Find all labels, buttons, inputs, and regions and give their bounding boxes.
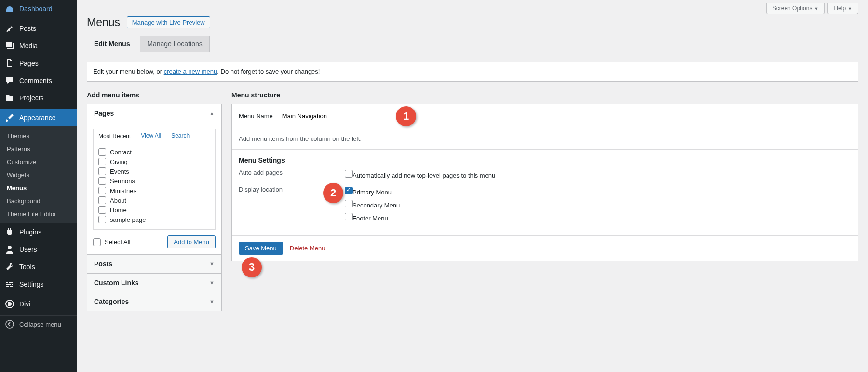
comment-icon <box>5 76 14 85</box>
create-new-menu-link[interactable]: create a new menu <box>164 68 217 75</box>
page-icon <box>5 58 14 68</box>
pages-inner-tabs: Most Recent View All Search <box>93 129 216 142</box>
location-secondary[interactable]: Secondary Menu <box>345 199 400 210</box>
submenu-menus[interactable]: Menus <box>0 181 77 194</box>
chevron-down-icon: ▼ <box>814 6 818 11</box>
empty-structure-message: Add menu items from the column on the le… <box>232 128 858 149</box>
annotation-1: 1 <box>396 106 416 126</box>
tab-manage-locations[interactable]: Manage Locations <box>140 36 209 52</box>
sidebar-label: Plugins <box>19 228 41 236</box>
page-item-checkbox[interactable] <box>98 196 106 204</box>
location-secondary-checkbox[interactable] <box>345 200 353 207</box>
chevron-down-icon: ▼ <box>209 280 215 286</box>
annotation-2: 2 <box>323 183 343 203</box>
location-footer-checkbox[interactable] <box>345 213 353 220</box>
page-item-checkbox[interactable] <box>98 206 106 214</box>
menu-settings-heading: Menu Settings <box>239 156 851 164</box>
menu-name-input[interactable] <box>278 110 393 122</box>
page-item-checkbox[interactable] <box>98 177 106 185</box>
submenu-customize[interactable]: Customize <box>0 155 77 168</box>
sidebar-item-users[interactable]: Users <box>0 241 77 258</box>
submenu-background[interactable]: Background <box>0 194 77 207</box>
chevron-down-icon: ▼ <box>209 261 215 267</box>
tab-edit-menus[interactable]: Edit Menus <box>87 36 137 52</box>
collapse-menu[interactable]: Collapse menu <box>0 315 77 321</box>
admin-sidebar: Dashboard Posts Media Pages Comments Pro… <box>0 0 77 321</box>
page-title: Menus <box>87 16 120 29</box>
page-item-label: Giving <box>110 158 128 165</box>
sidebar-item-plugins[interactable]: Plugins <box>0 223 77 241</box>
screen-options-button[interactable]: Screen Options▼ <box>766 3 825 14</box>
page-item-checkbox[interactable] <box>98 148 106 156</box>
menu-name-label: Menu Name <box>239 112 273 120</box>
submenu-patterns[interactable]: Patterns <box>0 142 77 155</box>
accordion-pages-header[interactable]: Pages▲ <box>87 104 221 123</box>
page-item-label: Home <box>110 207 127 214</box>
divi-icon <box>5 299 14 309</box>
page-item[interactable]: About <box>98 195 210 205</box>
help-button[interactable]: Help▼ <box>827 3 858 14</box>
page-item-checkbox[interactable] <box>98 216 106 223</box>
sidebar-item-divi[interactable]: Divi <box>0 295 77 313</box>
annotation-3: 3 <box>242 257 262 277</box>
auto-add-option[interactable]: Automatically add new top-level pages to… <box>345 169 495 180</box>
info-notice: Edit your menu below, or create a new me… <box>87 62 858 82</box>
sidebar-item-appearance[interactable]: Appearance <box>0 109 77 126</box>
submenu-widgets[interactable]: Widgets <box>0 168 77 181</box>
page-item-label: Contact <box>110 149 132 156</box>
auto-add-checkbox[interactable] <box>345 170 353 178</box>
tab-view-all[interactable]: View All <box>136 129 166 142</box>
page-item[interactable]: Giving <box>98 157 210 166</box>
sidebar-item-posts[interactable]: Posts <box>0 20 77 37</box>
sidebar-item-comments[interactable]: Comments <box>0 72 77 89</box>
page-item[interactable]: Ministries <box>98 186 210 195</box>
page-item-label: About <box>110 197 126 204</box>
pages-checklist: ContactGivingEventsSermonsMinistriesAbou… <box>93 142 216 230</box>
menu-structure-heading: Menu structure <box>231 91 858 99</box>
user-icon <box>5 245 14 254</box>
page-item[interactable]: Events <box>98 166 210 176</box>
brush-icon <box>5 113 14 123</box>
plugin-icon <box>5 227 14 237</box>
tab-most-recent[interactable]: Most Recent <box>94 130 136 142</box>
chevron-up-icon: ▲ <box>209 110 215 116</box>
save-menu-button[interactable]: Save Menu <box>239 242 283 255</box>
sidebar-item-settings[interactable]: Settings <box>0 276 77 293</box>
appearance-submenu: Themes Patterns Customize Widgets Menus … <box>0 126 77 223</box>
sidebar-label: Posts <box>19 25 36 32</box>
accordion-custom-links-header[interactable]: Custom Links▼ <box>87 274 221 292</box>
page-item-checkbox[interactable] <box>98 187 106 194</box>
sidebar-item-projects[interactable]: Projects <box>0 89 77 107</box>
sidebar-item-dashboard[interactable]: Dashboard <box>0 0 77 17</box>
accordion-posts-header[interactable]: Posts▼ <box>87 255 221 273</box>
select-all-row[interactable]: Select All <box>93 237 130 247</box>
sidebar-label: Media <box>19 42 38 50</box>
page-item[interactable]: Home <box>98 205 210 215</box>
accordion-categories-header[interactable]: Categories▼ <box>87 292 221 311</box>
sidebar-label: Appearance <box>19 114 56 122</box>
page-item-label: sample page <box>110 216 146 223</box>
page-item-checkbox[interactable] <box>98 158 106 165</box>
page-item[interactable]: Sermons <box>98 176 210 186</box>
sidebar-item-media[interactable]: Media <box>0 37 77 55</box>
wrench-icon <box>5 262 14 272</box>
submenu-themes[interactable]: Themes <box>0 129 77 142</box>
location-primary[interactable]: Primary Menu <box>345 186 400 197</box>
sidebar-item-pages[interactable]: Pages <box>0 55 77 72</box>
nav-tabs: Edit Menus Manage Locations <box>87 36 858 52</box>
submenu-editor[interactable]: Theme File Editor <box>0 207 77 220</box>
tab-search[interactable]: Search <box>166 129 194 142</box>
page-item[interactable]: sample page <box>98 215 210 224</box>
sidebar-item-tools[interactable]: Tools <box>0 258 77 276</box>
sidebar-label: Tools <box>19 263 35 271</box>
location-footer[interactable]: Footer Menu <box>345 212 400 223</box>
auto-add-label: Auto add pages <box>239 169 345 182</box>
page-item[interactable]: Contact <box>98 147 210 157</box>
add-to-menu-button[interactable]: Add to Menu <box>167 235 216 248</box>
page-item-checkbox[interactable] <box>98 167 106 175</box>
live-preview-button[interactable]: Manage with Live Preview <box>127 16 210 28</box>
select-all-checkbox[interactable] <box>93 238 101 246</box>
delete-menu-link[interactable]: Delete Menu <box>290 245 326 252</box>
location-primary-checkbox[interactable] <box>345 187 353 194</box>
page-item-label: Events <box>110 168 129 175</box>
